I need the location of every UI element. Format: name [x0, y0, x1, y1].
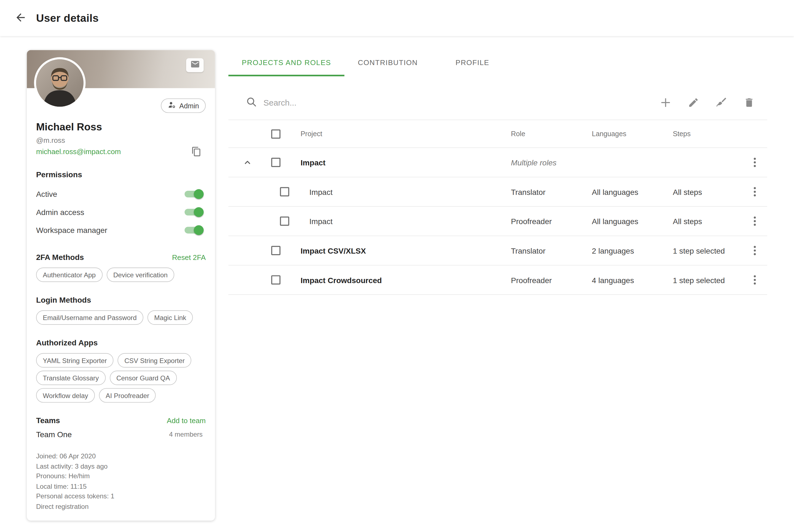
- toggle-switch[interactable]: [184, 189, 204, 199]
- tab-label: PROFILE: [455, 58, 489, 66]
- back-button[interactable]: [10, 8, 31, 28]
- column-languages: Languages: [592, 130, 673, 137]
- reset-2fa-link[interactable]: Reset 2FA: [172, 253, 206, 261]
- twofa-chips: Authenticator AppDevice verification: [36, 268, 206, 282]
- steps-cell: 1 step selected: [673, 276, 742, 284]
- back-arrow-icon: [14, 11, 27, 25]
- broom-icon: [715, 96, 727, 110]
- main-pane: PROJECTS AND ROLES CONTRIBUTION PROFILE: [228, 36, 767, 295]
- languages-cell: All languages: [592, 187, 673, 196]
- user-email-link[interactable]: michael.ross@impact.com: [36, 148, 121, 156]
- login-methods-heading: Login Methods: [36, 296, 206, 304]
- languages-cell: 2 languages: [592, 246, 673, 255]
- role-cell: Proofreader: [511, 276, 592, 284]
- profile-card: Admin Michael Ross @m.ross michael.ross@…: [27, 50, 215, 520]
- permission-label: Admin access: [36, 208, 84, 217]
- steps-cell: All steps: [673, 217, 742, 226]
- page-title: User details: [36, 12, 99, 24]
- tab-contribution[interactable]: CONTRIBUTION: [344, 50, 431, 76]
- delete-button[interactable]: [742, 96, 756, 110]
- permission-row: Active: [36, 185, 206, 203]
- team-members-count: 4 members: [169, 431, 203, 438]
- table-header-row: Project Role Languages Steps: [228, 120, 767, 148]
- chip: YAML String Exporter: [36, 353, 114, 367]
- permissions-toggles: ActiveAdmin accessWorkspace manager: [36, 185, 206, 239]
- row-menu-kebab[interactable]: [751, 243, 759, 258]
- send-email-button[interactable]: [186, 58, 204, 72]
- column-project: Project: [292, 130, 511, 137]
- top-header: User details: [0, 0, 794, 36]
- add-to-team-link[interactable]: Add to team: [167, 417, 206, 425]
- languages-cell: All languages: [592, 217, 673, 226]
- username: @m.ross: [36, 136, 206, 145]
- meta-line: Pronouns: He/him: [36, 471, 206, 481]
- add-button[interactable]: [659, 96, 673, 110]
- search-input[interactable]: [263, 98, 481, 108]
- chip: Censor Guard QA: [110, 371, 177, 385]
- permissions-heading: Permissions: [36, 170, 206, 179]
- edit-icon: [688, 97, 699, 110]
- edit-button[interactable]: [687, 96, 700, 110]
- search-bar: [246, 96, 659, 110]
- row-checkbox[interactable]: [280, 216, 289, 226]
- team-name: Team One: [36, 430, 72, 439]
- authorized-apps-chips: YAML String ExporterCSV String ExporterT…: [36, 353, 206, 403]
- languages-cell: 4 languages: [592, 276, 673, 284]
- search-icon: [246, 96, 257, 110]
- user-details-page: User details: [0, 0, 794, 532]
- project-name: Impact: [309, 187, 333, 196]
- tabs: PROJECTS AND ROLES CONTRIBUTION PROFILE: [228, 50, 767, 76]
- copy-icon[interactable]: [191, 146, 202, 156]
- toggle-switch[interactable]: [184, 207, 204, 217]
- role-cell: Multiple roles: [511, 158, 592, 167]
- chip: Device verification: [107, 268, 174, 282]
- tab-label: CONTRIBUTION: [358, 58, 418, 66]
- chip: CSV String Exporter: [118, 353, 192, 367]
- select-all-checkbox[interactable]: [271, 129, 281, 138]
- tab-profile[interactable]: PROFILE: [431, 50, 514, 76]
- row-checkbox[interactable]: [271, 158, 281, 167]
- chip: AI Proofreader: [99, 388, 156, 402]
- table-row: ImpactMultiple roles: [228, 148, 767, 177]
- project-name: Impact: [309, 217, 333, 226]
- table-row: Impact CrowdsourcedProofreader4 language…: [228, 265, 767, 295]
- table-row: Impact CSV/XLSXTranslator2 languages1 st…: [228, 236, 767, 266]
- avatar: [36, 59, 83, 107]
- chip: Email/Username and Password: [36, 310, 143, 325]
- meta-line: Joined: 06 Apr 2020: [36, 451, 206, 461]
- clear-roles-button[interactable]: [715, 96, 728, 110]
- chip: Workflow delay: [36, 388, 95, 402]
- meta-line: Personal access tokens: 1: [36, 491, 206, 501]
- permission-row: Admin access: [36, 203, 206, 221]
- add-icon: [660, 96, 672, 110]
- row-menu-kebab[interactable]: [751, 184, 759, 200]
- delete-icon: [743, 97, 755, 110]
- role-cell: Proofreader: [511, 217, 592, 226]
- row-menu-kebab[interactable]: [751, 272, 759, 287]
- steps-cell: All steps: [673, 187, 742, 196]
- meta-line: Last activity: 3 days ago: [36, 461, 206, 471]
- profile-meta: Joined: 06 Apr 2020Last activity: 3 days…: [36, 451, 206, 511]
- row-checkbox[interactable]: [271, 276, 281, 285]
- teams-list: Team One4 members: [36, 430, 206, 439]
- chevron-up-icon[interactable]: [242, 157, 253, 168]
- authorized-apps-heading: Authorized Apps: [36, 338, 206, 347]
- column-steps: Steps: [673, 130, 742, 137]
- row-menu-kebab[interactable]: [751, 213, 759, 229]
- projects-table: Project Role Languages Steps ImpactMulti…: [228, 120, 767, 295]
- row-checkbox[interactable]: [271, 246, 281, 255]
- row-menu-kebab[interactable]: [751, 155, 759, 170]
- role-cell: Translator: [511, 246, 592, 255]
- column-role: Role: [511, 130, 592, 137]
- meta-line: Direct registration: [36, 501, 206, 511]
- teams-heading: Teams: [36, 416, 60, 425]
- person-gear-icon: [167, 101, 176, 111]
- meta-line: Local time: 11:15: [36, 481, 206, 491]
- chip: Magic Link: [148, 310, 193, 325]
- project-name: Impact CSV/XLSX: [301, 246, 366, 255]
- toggle-switch[interactable]: [184, 225, 204, 235]
- row-checkbox[interactable]: [280, 187, 289, 196]
- table-row: ImpactProofreaderAll languagesAll steps: [228, 207, 767, 236]
- tab-projects-and-roles[interactable]: PROJECTS AND ROLES: [228, 50, 344, 76]
- login-methods-chips: Email/Username and PasswordMagic Link: [36, 310, 206, 325]
